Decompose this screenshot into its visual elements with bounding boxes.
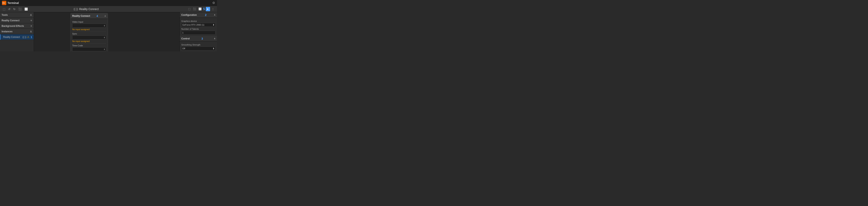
sidebar-tools-header[interactable]: Tools ∧ — [0, 12, 34, 18]
rp-config-label: Configuration — [181, 13, 197, 16]
rp-control-label: Control — [181, 37, 190, 40]
rp-control-header[interactable]: Control 3 ∧ — [180, 36, 217, 41]
sidebar-bg-label: Background Effects — [2, 25, 24, 27]
rp-graphics-device-select[interactable]: GeForce RTX 2060 (1) ⬍ — [181, 23, 215, 27]
rp-control-collapse[interactable]: ∧ — [214, 37, 215, 40]
rp-graphics-device-value: GeForce RTX 2060 (1) — [182, 24, 205, 26]
rc-sync-arrow: ⬍ — [103, 36, 105, 39]
sidebar-item-warn-icon: ⚠ — [27, 35, 29, 38]
rp-smoothing-value: Off — [182, 47, 185, 50]
rc-panel-title: Reality Connect — [72, 14, 90, 18]
toolbar-right-icon-1[interactable]: ⬚ — [187, 7, 191, 11]
settings-icon[interactable]: ⚙ — [212, 1, 215, 5]
rc-timecode-select[interactable]: ⬍ — [72, 47, 106, 51]
rc-sync-select[interactable]: ⬍ — [72, 35, 106, 39]
sidebar: Tools ∧ Reality Connect + Background Eff… — [0, 12, 34, 52]
center-panel: Reality Connect 4 ∧ Video Input ⬍ No inp… — [34, 12, 180, 52]
rp-config-collapse[interactable]: ∧ — [214, 13, 215, 16]
rp-smoothing-select[interactable]: Off ⬍ — [181, 46, 215, 50]
run-button[interactable]: ▶ — [206, 7, 210, 11]
toolbar-right-icon-2[interactable]: ⬛ — [192, 7, 197, 11]
rp-config-badge: 2 — [205, 13, 207, 16]
rp-control-body: Smoothing Strength Off ⬍ Ground Plane Of… — [180, 41, 217, 52]
sidebar-item-label: Reality Connect — [3, 36, 20, 38]
app-logo: VizAI Terminal — [2, 1, 19, 5]
rc-timecode-label: Time-Code — [72, 44, 106, 47]
logo-text: Viz — [2, 2, 5, 4]
rc-sync-no-input: No input assigned — [72, 40, 106, 42]
rc-panel-collapse[interactable]: ∧ — [104, 14, 106, 18]
rc-video-input-arrow: ⬍ — [103, 25, 105, 27]
sidebar-item-icons: ((·)) ⚠ — [23, 35, 29, 38]
main-toolbar: ⬚ ↺ ↻ ⬛ ⬜ ((·)) Reality Connect ⬚ ⬛ ⬜ 5 … — [0, 6, 217, 12]
rp-num-talents-input[interactable] — [181, 31, 215, 35]
sidebar-tools-collapse[interactable]: ∧ — [30, 13, 32, 16]
sidebar-item-reality-connect[interactable]: Reality Connect ((·)) ⚠ 1 — [0, 34, 34, 40]
titlebar: VizAI Terminal ⚙ — [0, 0, 217, 6]
rp-graphics-device-label: Graphics device — [181, 20, 215, 22]
toolbar-right-icon-3[interactable]: ⬜ — [198, 7, 203, 11]
rc-panel-header: Reality Connect 4 ∧ — [71, 13, 108, 19]
sidebar-instances-collapse[interactable]: ∧ — [30, 30, 32, 33]
rc-floating-panel: Reality Connect 4 ∧ Video Input ⬍ No inp… — [70, 13, 108, 52]
sidebar-item-wifi-icon: ((·)) — [23, 36, 26, 38]
right-panel: Configuration 2 ∧ Graphics device GeForc… — [180, 12, 217, 52]
rp-config-body: Graphics device GeForce RTX 2060 (1) ⬍ N… — [180, 18, 217, 36]
sidebar-reality-connect-section[interactable]: Reality Connect + — [0, 18, 34, 23]
rc-timecode-arrow: ⬍ — [103, 48, 105, 50]
toolbar-icon-5[interactable]: ⬜ — [24, 7, 29, 11]
rp-graphics-device-arrow: ⬍ — [213, 24, 214, 26]
toolbar-title: ((·)) Reality Connect — [73, 7, 99, 11]
rc-video-no-input: No input assigned — [72, 28, 106, 31]
sidebar-rc-label: Reality Connect — [2, 19, 20, 22]
sidebar-tools-label: Tools — [2, 13, 8, 16]
toolbar-right-controls: ⬚ ⬛ ⬜ 5 ▶ ⋮ — [187, 7, 215, 11]
sidebar-item-badge: 1 — [31, 35, 32, 39]
logo-icon: VizAI — [2, 1, 6, 5]
rc-video-input-label: Video Input — [72, 21, 106, 23]
toolbar-title-text: Reality Connect — [79, 7, 99, 11]
toolbar-icon-2[interactable]: ↺ — [7, 7, 11, 11]
rc-panel-body: Video Input ⬍ No input assigned Sync ⬍ N… — [71, 19, 108, 52]
toolbar-right-icon-4[interactable]: ⋮ — [211, 7, 215, 11]
sidebar-instances-label: Instances — [2, 30, 12, 33]
toolbar-icon-4[interactable]: ⬛ — [18, 7, 23, 11]
app-name: Terminal — [7, 1, 19, 4]
rc-panel-badge: 4 — [96, 14, 98, 18]
rp-smoothing-arrow: ⬍ — [213, 47, 214, 50]
sidebar-instances-section[interactable]: Instances ∧ — [0, 29, 34, 34]
toolbar-wifi-icon: ((·)) — [73, 7, 78, 11]
run-badge: 5 — [203, 7, 205, 11]
main-layout: Tools ∧ Reality Connect + Background Eff… — [0, 12, 217, 52]
rp-smoothing-label: Smoothing Strength — [181, 43, 215, 46]
sidebar-bg-add[interactable]: + — [30, 25, 32, 28]
toolbar-icon-1[interactable]: ⬚ — [2, 7, 6, 11]
rc-sync-label: Sync — [72, 33, 106, 35]
rp-control-badge: 3 — [202, 37, 203, 40]
sidebar-rc-add[interactable]: + — [30, 19, 32, 22]
rp-num-talents-label: Number of Talents — [181, 28, 215, 30]
rc-video-input-select[interactable]: ⬍ — [72, 24, 106, 28]
rp-config-header[interactable]: Configuration 2 ∧ — [180, 12, 217, 18]
sidebar-bg-effects-section[interactable]: Background Effects + — [0, 23, 34, 29]
toolbar-icon-3[interactable]: ↻ — [12, 7, 17, 11]
